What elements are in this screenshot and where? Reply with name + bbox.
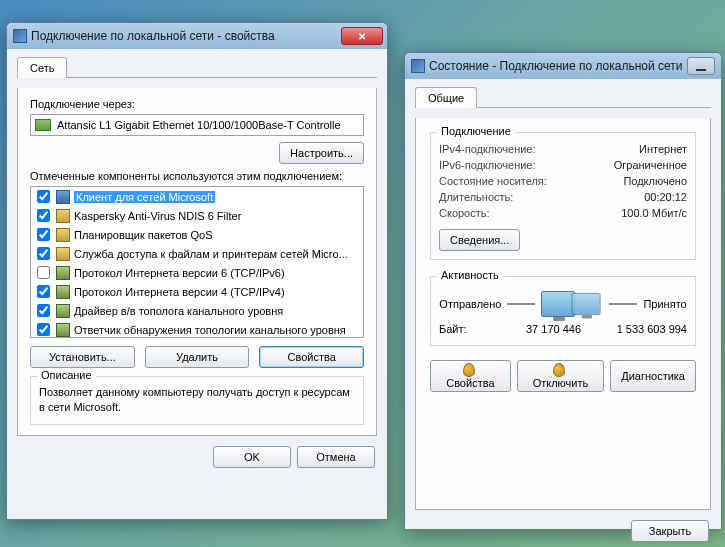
status-title: Состояние - Подключение по локальной сет…	[429, 59, 683, 73]
component-label: Ответчик обнаружения топологии канальног…	[74, 324, 346, 336]
properties-window: Подключение по локальной сети - свойства…	[6, 22, 388, 520]
bytes-label: Байт:	[439, 323, 509, 335]
status-properties-label: Свойства	[446, 377, 494, 389]
properties-title: Подключение по локальной сети - свойства	[31, 29, 275, 43]
component-label: Клиент для сетей Microsoft	[74, 191, 215, 203]
component-row[interactable]: Драйвер в/в тополога канального уровня	[31, 301, 363, 320]
component-row[interactable]: Протокол Интернета версии 6 (TCP/IPv6)	[31, 263, 363, 282]
recv-label: Принято	[643, 298, 686, 310]
ipv6-label: IPv6-подключение:	[439, 159, 536, 171]
remove-button[interactable]: Удалить	[145, 346, 250, 368]
component-checkbox[interactable]	[37, 304, 50, 317]
properties-titlebar[interactable]: Подключение по локальной сети - свойства…	[7, 23, 387, 49]
status-window: Состояние - Подключение по локальной сет…	[404, 52, 722, 530]
component-label: Протокол Интернета версии 6 (TCP/IPv6)	[74, 267, 285, 279]
link-line-right	[609, 303, 637, 305]
proto-icon	[56, 285, 70, 299]
adapter-field: Attansic L1 Gigabit Ethernet 10/100/1000…	[30, 114, 364, 136]
status-titlebar[interactable]: Состояние - Подключение по локальной сет…	[405, 53, 721, 79]
speed-value: 100.0 Мбит/с	[621, 207, 687, 219]
client-icon	[56, 190, 70, 204]
monitors-icon	[541, 291, 603, 317]
component-checkbox[interactable]	[37, 323, 50, 336]
component-row[interactable]: Клиент для сетей Microsoft	[31, 187, 363, 206]
shield-icon	[463, 363, 475, 377]
proto-icon	[56, 304, 70, 318]
install-button[interactable]: Установить...	[30, 346, 135, 368]
component-row[interactable]: Служба доступа к файлам и принтерам сете…	[31, 244, 363, 263]
component-label: Планировщик пакетов QoS	[74, 229, 213, 241]
speed-label: Скорость:	[439, 207, 490, 219]
activity-group-label: Активность	[437, 269, 503, 281]
status-body: Общие Подключение IPv4-подключение:Интер…	[405, 79, 721, 547]
disable-label: Отключить	[533, 377, 589, 389]
tab-general[interactable]: Общие	[415, 87, 477, 108]
component-checkbox[interactable]	[37, 228, 50, 241]
component-list[interactable]: Клиент для сетей MicrosoftKaspersky Anti…	[30, 186, 364, 338]
sent-label: Отправлено	[439, 298, 501, 310]
diagnostics-button[interactable]: Диагностика	[610, 360, 696, 392]
item-properties-button[interactable]: Свойства	[259, 346, 364, 368]
component-row[interactable]: Протокол Интернета версии 4 (TCP/IPv4)	[31, 282, 363, 301]
nic-icon	[35, 119, 51, 131]
component-checkbox[interactable]	[37, 247, 50, 260]
connection-group-label: Подключение	[437, 125, 515, 137]
link-line-left	[507, 303, 535, 305]
component-row[interactable]: Ответчик обнаружения топологии канальног…	[31, 320, 363, 338]
proto-icon	[56, 266, 70, 280]
adapter-name: Attansic L1 Gigabit Ethernet 10/100/1000…	[57, 119, 341, 131]
duration-value: 00:20:12	[644, 191, 687, 203]
ipv6-value: Ограниченное	[614, 159, 687, 171]
description-text: Позволяет данному компьютеру получать до…	[39, 385, 355, 416]
svc-icon	[56, 247, 70, 261]
disable-button[interactable]: Отключить	[517, 360, 605, 392]
component-label: Служба доступа к файлам и принтерам сете…	[74, 248, 348, 260]
components-label: Отмеченные компоненты используются этим …	[30, 170, 364, 182]
svc-icon	[56, 209, 70, 223]
connection-icon	[411, 59, 425, 73]
ipv4-label: IPv4-подключение:	[439, 143, 536, 155]
shield-icon	[553, 363, 565, 377]
status-properties-button[interactable]: Свойства	[430, 360, 511, 392]
ipv4-value: Интернет	[639, 143, 687, 155]
ok-button[interactable]: OK	[213, 446, 291, 468]
close-button[interactable]: Закрыть	[631, 520, 709, 542]
duration-label: Длительность:	[439, 191, 513, 203]
bytes-sent: 37 170 446	[509, 323, 598, 335]
description-label: Описание	[37, 369, 96, 381]
cancel-button[interactable]: Отмена	[297, 446, 375, 468]
proto-icon	[56, 323, 70, 337]
tab-network[interactable]: Сеть	[17, 57, 67, 78]
details-button[interactable]: Сведения...	[439, 229, 520, 251]
component-checkbox[interactable]	[37, 209, 50, 222]
component-checkbox[interactable]	[37, 190, 50, 203]
component-checkbox[interactable]	[37, 266, 50, 279]
minimize-button[interactable]	[687, 57, 715, 75]
component-checkbox[interactable]	[37, 285, 50, 298]
connection-icon	[13, 29, 27, 43]
component-label: Kaspersky Anti-Virus NDIS 6 Filter	[74, 210, 241, 222]
component-row[interactable]: Планировщик пакетов QoS	[31, 225, 363, 244]
component-label: Протокол Интернета версии 4 (TCP/IPv4)	[74, 286, 285, 298]
component-label: Драйвер в/в тополога канального уровня	[74, 305, 283, 317]
svc-icon	[56, 228, 70, 242]
connect-via-label: Подключение через:	[30, 98, 364, 110]
properties-body: Сеть Подключение через: Attansic L1 Giga…	[7, 49, 387, 478]
close-x-button[interactable]: ✕	[341, 27, 383, 45]
component-row[interactable]: Kaspersky Anti-Virus NDIS 6 Filter	[31, 206, 363, 225]
media-label: Состояние носителя:	[439, 175, 547, 187]
media-value: Подключено	[623, 175, 687, 187]
bytes-recv: 1 533 603 994	[598, 323, 687, 335]
configure-button[interactable]: Настроить...	[279, 142, 364, 164]
